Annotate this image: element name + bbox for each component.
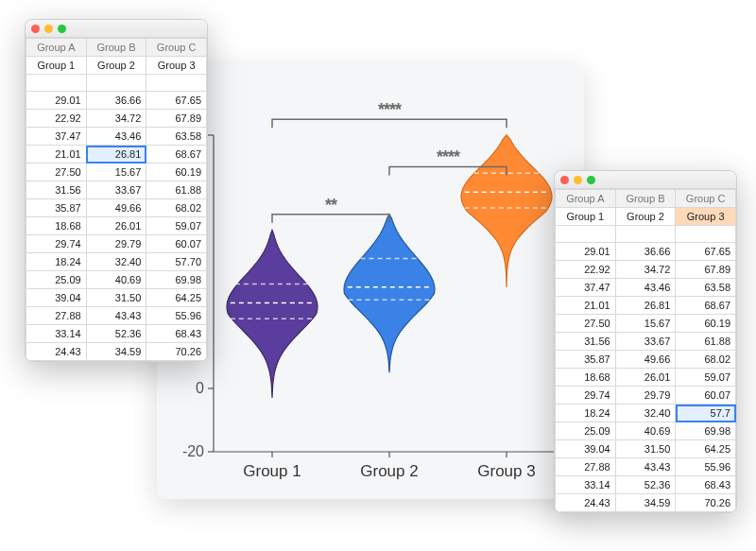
column-header[interactable]: Group C — [146, 39, 207, 57]
column-header[interactable]: Group C — [676, 190, 736, 208]
data-cell[interactable]: 43.43 — [615, 458, 676, 476]
data-cell[interactable]: 43.43 — [86, 307, 146, 325]
data-cell[interactable]: 63.58 — [676, 279, 736, 297]
data-table-right[interactable]: Group AGroup BGroup CGroup 1Group 2Group… — [555, 189, 736, 512]
data-cell[interactable]: 32.40 — [86, 253, 146, 271]
data-cell[interactable]: 33.67 — [615, 333, 676, 351]
data-cell[interactable]: 43.46 — [86, 128, 146, 146]
data-cell[interactable]: 27.50 — [26, 164, 87, 181]
column-header[interactable]: Group B — [86, 39, 146, 57]
data-cell[interactable]: 34.72 — [86, 110, 146, 128]
data-cell[interactable]: 33.67 — [86, 181, 146, 199]
data-cell[interactable]: 67.89 — [676, 261, 736, 279]
data-cell[interactable]: 32.40 — [615, 405, 676, 422]
data-cell[interactable]: 59.07 — [146, 217, 207, 235]
data-cell[interactable]: 67.89 — [146, 110, 207, 128]
data-cell[interactable]: 59.07 — [676, 369, 736, 387]
data-cell[interactable]: 31.50 — [86, 289, 146, 307]
data-cell[interactable]: 27.88 — [556, 458, 616, 476]
data-cell[interactable]: 69.98 — [146, 271, 207, 289]
data-cell[interactable]: 49.66 — [615, 351, 676, 369]
column-header[interactable]: Group B — [615, 190, 676, 208]
data-cell[interactable]: 68.43 — [676, 476, 736, 494]
data-cell[interactable]: 25.09 — [556, 422, 616, 440]
data-cell[interactable]: 37.47 — [26, 128, 87, 146]
data-cell[interactable]: 15.67 — [86, 164, 146, 181]
data-cell[interactable]: 31.56 — [556, 333, 616, 351]
data-cell[interactable]: 31.56 — [26, 181, 87, 199]
group-header[interactable]: Group 2 — [615, 208, 676, 226]
data-cell[interactable]: 68.02 — [146, 199, 207, 217]
data-cell[interactable]: 60.07 — [146, 235, 207, 253]
data-cell[interactable]: 29.79 — [615, 387, 676, 405]
group-header[interactable]: Group 1 — [26, 57, 87, 75]
data-cell[interactable]: 61.88 — [146, 181, 207, 199]
data-cell[interactable]: 29.01 — [26, 92, 87, 110]
minimize-icon[interactable] — [44, 25, 53, 33]
data-cell[interactable]: 26.01 — [615, 369, 676, 387]
data-cell[interactable]: 57.7 — [676, 405, 736, 422]
data-cell[interactable]: 29.74 — [556, 387, 616, 405]
group-header[interactable]: Group 2 — [86, 57, 146, 75]
group-header[interactable]: Group 3 — [146, 57, 207, 75]
data-table-left[interactable]: Group AGroup BGroup CGroup 1Group 2Group… — [26, 38, 207, 361]
data-cell[interactable]: 57.70 — [146, 253, 207, 271]
group-header[interactable]: Group 3 — [676, 208, 736, 226]
data-cell[interactable]: 31.50 — [615, 440, 676, 458]
data-cell[interactable]: 33.14 — [556, 476, 616, 494]
data-cell[interactable]: 29.74 — [26, 235, 87, 253]
data-cell[interactable]: 60.07 — [676, 387, 736, 405]
data-cell[interactable]: 55.96 — [676, 458, 736, 476]
data-cell[interactable]: 67.65 — [146, 92, 207, 110]
data-cell[interactable]: 39.04 — [556, 440, 616, 458]
data-cell[interactable]: 68.02 — [676, 351, 736, 369]
data-cell[interactable]: 33.14 — [26, 325, 87, 343]
data-cell[interactable]: 69.98 — [676, 422, 736, 440]
data-cell[interactable]: 40.69 — [615, 422, 676, 440]
data-cell[interactable]: 18.24 — [26, 253, 87, 271]
zoom-icon[interactable] — [58, 25, 66, 33]
data-cell[interactable]: 25.09 — [26, 271, 87, 289]
data-cell[interactable]: 55.96 — [146, 307, 207, 325]
minimize-icon[interactable] — [574, 176, 582, 184]
column-header[interactable]: Group A — [556, 190, 616, 208]
data-cell[interactable]: 36.66 — [86, 92, 146, 110]
data-cell[interactable]: 61.88 — [676, 333, 736, 351]
data-cell[interactable]: 68.67 — [146, 146, 207, 164]
data-cell[interactable]: 63.58 — [146, 128, 207, 146]
data-cell[interactable]: 70.26 — [676, 494, 736, 512]
group-header[interactable]: Group 1 — [556, 208, 616, 226]
column-header[interactable]: Group A — [26, 39, 87, 57]
data-cell[interactable]: 35.87 — [26, 199, 87, 217]
data-cell[interactable]: 39.04 — [26, 289, 87, 307]
data-cell[interactable]: 22.92 — [556, 261, 616, 279]
data-cell[interactable]: 18.68 — [26, 217, 87, 235]
close-icon[interactable] — [31, 25, 40, 33]
data-cell[interactable]: 36.66 — [615, 243, 676, 261]
data-cell[interactable]: 64.25 — [676, 440, 736, 458]
data-cell[interactable]: 27.88 — [26, 307, 87, 325]
data-cell[interactable]: 26.81 — [615, 297, 676, 315]
data-cell[interactable]: 27.50 — [556, 315, 616, 333]
data-cell[interactable]: 29.79 — [86, 235, 146, 253]
data-cell[interactable]: 29.01 — [556, 243, 616, 261]
data-cell[interactable]: 34.59 — [615, 494, 676, 512]
data-cell[interactable]: 40.69 — [86, 271, 146, 289]
data-cell[interactable]: 24.43 — [26, 343, 87, 361]
data-cell[interactable]: 68.67 — [676, 297, 736, 315]
data-cell[interactable]: 15.67 — [615, 315, 676, 333]
data-cell[interactable]: 43.46 — [615, 279, 676, 297]
data-cell[interactable]: 34.72 — [615, 261, 676, 279]
data-cell[interactable]: 26.01 — [86, 217, 146, 235]
data-cell[interactable]: 34.59 — [86, 343, 146, 361]
zoom-icon[interactable] — [587, 176, 595, 184]
data-cell[interactable]: 21.01 — [26, 146, 87, 164]
data-cell[interactable]: 70.26 — [146, 343, 207, 361]
data-cell[interactable]: 35.87 — [556, 351, 616, 369]
data-cell[interactable]: 37.47 — [556, 279, 616, 297]
data-cell[interactable]: 18.24 — [556, 405, 616, 422]
data-cell[interactable]: 64.25 — [146, 289, 207, 307]
data-cell[interactable]: 60.19 — [146, 164, 207, 181]
data-cell[interactable]: 68.43 — [146, 325, 207, 343]
data-cell[interactable]: 21.01 — [556, 297, 616, 315]
